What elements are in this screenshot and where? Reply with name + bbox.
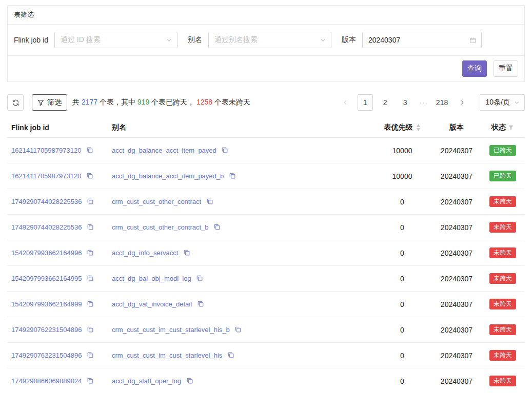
version-cell: 20240307 [432, 163, 481, 189]
priority-cell: 0 [372, 240, 432, 266]
reset-button[interactable]: 重置 [494, 60, 518, 77]
next-page-button[interactable] [455, 94, 470, 111]
page-ellipsis[interactable]: ··· [418, 98, 430, 107]
copy-icon[interactable] [229, 172, 236, 179]
alias-placeholder: 通过别名搜索 [214, 35, 258, 45]
copy-icon[interactable] [213, 223, 221, 231]
alias-link[interactable]: acct_dg_balance_acct_item_payed [112, 147, 216, 154]
version-cell: 20240307 [432, 292, 481, 317]
page-button-3[interactable]: 3 [398, 94, 413, 111]
page-button-last[interactable]: 218 [435, 94, 450, 111]
copy-icon[interactable] [227, 351, 234, 359]
priority-cell: 0 [372, 215, 432, 240]
version-cell: 20240307 [432, 240, 481, 266]
status-badge: 已跨天 [489, 145, 516, 156]
alias-link[interactable]: crm_cust_cust_other_contract [112, 198, 201, 205]
flink-job-id-link[interactable]: 1621411705987973120 [11, 172, 81, 180]
alias-link[interactable]: acct_dg_vat_invoice_detail [112, 300, 192, 308]
status-badge: 未跨天 [489, 273, 516, 284]
column-filter-icon[interactable] [508, 125, 514, 131]
copy-icon[interactable] [87, 377, 94, 384]
flink-job-id-link[interactable]: 1542097993662164995 [11, 275, 82, 282]
calendar-icon [469, 37, 476, 44]
flink-job-id-link[interactable]: 1749290744028225536 [11, 223, 82, 231]
priority-cell: 10000 [372, 163, 432, 189]
alias-label: 别名 [188, 35, 202, 45]
flink-job-id-select[interactable]: 通过 ID 搜索 [54, 32, 178, 48]
summary-text: 共 2177 个表，其中 919 个表已跨天， 1258 个表未跨天 [72, 98, 250, 107]
version-cell: 20240307 [432, 215, 481, 240]
table-row: 1749290744028225536 crm_cust_cust_other_… [7, 215, 525, 240]
version-date-input[interactable]: 20240307 [362, 32, 482, 48]
priority-cell: 0 [372, 189, 432, 215]
page-button-2[interactable]: 2 [378, 94, 393, 111]
table-row: 1749290762231504896 crm_cust_cust_im_cus… [7, 343, 525, 368]
query-button[interactable]: 查询 [462, 60, 487, 77]
flink-job-id-link[interactable]: 1749290762231504896 [11, 351, 82, 359]
sort-icon[interactable] [416, 124, 421, 131]
copy-icon[interactable] [197, 300, 204, 307]
copy-icon[interactable] [196, 275, 203, 282]
page-size-select[interactable]: 10条/页 [480, 94, 525, 111]
alias-link[interactable]: crm_cust_cust_other_contract_b [112, 223, 209, 231]
alias-link[interactable]: crm_cust_cust_im_cust_starlevel_his_b [112, 326, 230, 334]
priority-cell: 0 [372, 343, 432, 368]
table-row: 1749290866069889024 acct_dg_staff_oper_l… [7, 368, 525, 393]
flink-job-id-link[interactable]: 1749290744028225536 [11, 198, 82, 205]
flink-job-id-link[interactable]: 1542097993662164999 [11, 300, 82, 308]
copy-icon[interactable] [183, 249, 190, 256]
table-row: 1542097993662164995 acct_dg_bal_obj_modi… [7, 266, 525, 292]
filter-button-label: 筛选 [47, 98, 62, 107]
copy-icon[interactable] [87, 223, 94, 231]
copy-icon[interactable] [234, 326, 242, 333]
header-alias: 别名 [108, 118, 372, 138]
copy-icon[interactable] [87, 351, 94, 359]
copy-icon[interactable] [87, 198, 94, 205]
copy-icon[interactable] [87, 275, 94, 282]
page-button-1[interactable]: 1 [358, 94, 373, 111]
alias-select[interactable]: 通过别名搜索 [208, 32, 331, 48]
copy-icon[interactable] [87, 300, 94, 307]
version-cell: 20240307 [432, 266, 481, 292]
table-row: 1542097993662164996 acct_dg_info_servacc… [7, 240, 525, 266]
refresh-button[interactable] [7, 94, 24, 111]
alias-link[interactable]: acct_dg_balance_acct_item_payed_b [112, 172, 224, 180]
flink-job-id-label: Flink job id [14, 36, 48, 44]
prev-page-button[interactable] [338, 94, 353, 111]
copy-icon[interactable] [206, 198, 213, 205]
alias-link[interactable]: acct_dg_info_servacct [112, 249, 178, 257]
alias-link[interactable]: acct_dg_staff_oper_log [112, 377, 181, 385]
copy-icon[interactable] [87, 326, 94, 333]
version-cell: 20240307 [432, 138, 481, 163]
status-badge: 未跨天 [489, 196, 516, 207]
version-cell: 20240307 [432, 189, 481, 215]
header-priority[interactable]: 表优先级 [372, 118, 432, 138]
header-version: 版本 [432, 118, 481, 138]
table-row: 1749290744028225536 crm_cust_cust_other_… [7, 189, 525, 215]
pagination-top: 1 2 3 ··· 218 10条/页 [338, 94, 525, 111]
chevron-down-icon [166, 37, 172, 43]
flink-job-id-link[interactable]: 1542097993662164996 [11, 249, 82, 257]
copy-icon[interactable] [86, 147, 93, 154]
copy-icon[interactable] [87, 249, 94, 256]
flink-job-id-link[interactable]: 1749290866069889024 [11, 377, 82, 385]
header-priority-label: 表优先级 [384, 123, 413, 132]
copy-icon[interactable] [186, 377, 193, 384]
field-flink-job-id: Flink job id 通过 ID 搜索 [14, 32, 178, 48]
copy-icon[interactable] [86, 172, 93, 179]
flink-job-id-link[interactable]: 1621411705987973120 [11, 147, 81, 154]
version-cell: 20240307 [432, 368, 481, 393]
filter-button[interactable]: 筛选 [32, 94, 67, 111]
header-status: 状态 [481, 118, 525, 138]
flink-job-id-link[interactable]: 1749290762231504896 [11, 326, 82, 334]
table-row: 1749290762231504896 crm_cust_cust_im_cus… [7, 317, 525, 343]
copy-icon[interactable] [221, 147, 228, 154]
version-label: 版本 [342, 35, 356, 45]
status-badge: 已跨天 [489, 171, 516, 181]
filter-card: 表筛选 Flink job id 通过 ID 搜索 别名 通过别名搜索 版本 [7, 5, 525, 82]
alias-link[interactable]: crm_cust_cust_im_cust_starlevel_his [112, 351, 222, 359]
alias-link[interactable]: acct_dg_bal_obj_modi_log [112, 275, 191, 282]
header-flink-job-id: Flink job id [7, 118, 108, 138]
table-row: 1621411705987973120 acct_dg_balance_acct… [7, 138, 525, 163]
table-toolbar: 筛选 共 2177 个表，其中 919 个表已跨天， 1258 个表未跨天 1 … [7, 94, 525, 111]
